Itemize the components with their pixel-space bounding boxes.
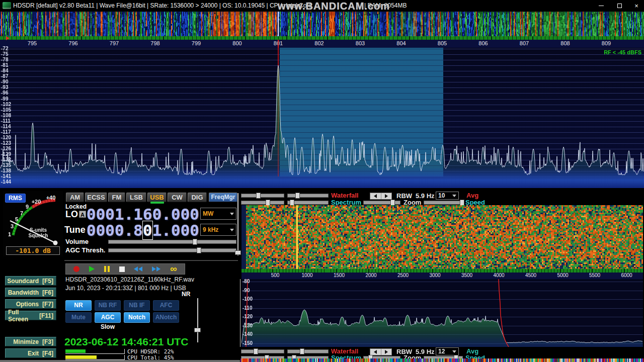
nr-slider[interactable] — [197, 298, 198, 342]
title-bar[interactable]: HDSDR [default] v2.80 Beta11 | Wave File… — [0, 0, 644, 12]
rf-ruler-label: 804 — [396, 40, 406, 46]
rf-ruler-label: 809 — [602, 40, 611, 46]
mode-am-button[interactable]: AM — [66, 193, 84, 202]
loop-icon[interactable]: ∞ — [170, 266, 177, 272]
minimize-window-icon[interactable] — [593, 0, 610, 12]
rf-ruler-label: 808 — [560, 40, 570, 46]
nb-if-button[interactable]: NB IF — [124, 300, 150, 311]
af-waterfall-display[interactable] — [242, 205, 643, 269]
rf-db-label: -108 — [1, 113, 11, 118]
tune-digit-cursor[interactable]: 0 — [143, 221, 152, 239]
rewind-icon[interactable] — [134, 266, 142, 272]
nr-button[interactable]: NR — [65, 300, 92, 311]
rf-db-label: -126 — [1, 146, 11, 151]
af2-waterfall-contrast-slider[interactable] — [287, 349, 329, 353]
play-icon[interactable] — [89, 266, 95, 272]
af-ruler-label: 1500 — [334, 273, 345, 278]
rf-ruler-label: 798 — [150, 40, 159, 46]
fullscreen-button[interactable]: Full Screen[F11] — [5, 311, 56, 320]
lo-auto-button[interactable]: A — [79, 211, 86, 218]
mode-fm-button[interactable]: FM — [108, 193, 125, 202]
af-speed-slider[interactable] — [424, 201, 463, 205]
af-waterfall-contrast-slider[interactable] — [287, 194, 329, 198]
squelch-slider-handle[interactable] — [235, 250, 241, 255]
rbw-decrease-icon[interactable] — [370, 193, 381, 199]
s-units-label: S-units — [30, 227, 47, 233]
mode-lsb-button[interactable]: LSB — [126, 193, 146, 202]
af-waterfall-label: Waterfall — [331, 192, 358, 199]
rf-db-label: -141 — [1, 173, 11, 179]
rf-spectrum[interactable] — [0, 48, 644, 188]
rf-level-status: RF < -45 dBFS — [604, 49, 641, 55]
rbw-increase-icon[interactable] — [381, 193, 392, 199]
rf-db-label: -96 — [1, 90, 8, 96]
pause-icon[interactable] — [104, 266, 110, 272]
bandicam-watermark: www.BANDICAM.com — [278, 1, 390, 12]
notch-button[interactable]: Notch — [124, 312, 150, 323]
fast-forward-icon[interactable] — [152, 266, 160, 272]
rf-waterfall[interactable] — [0, 12, 644, 36]
af-spectrum-offset-slider[interactable] — [287, 201, 329, 205]
af-rbw-stepper[interactable] — [370, 193, 392, 200]
freqmgr-button[interactable]: FreqMgr — [209, 193, 237, 202]
tune-frequency-display[interactable]: 0000.801.000 — [87, 221, 199, 239]
af-ruler-label: 3500 — [461, 273, 472, 278]
af-avg-count-select[interactable]: 10 — [436, 192, 459, 200]
band-select[interactable]: MW — [200, 208, 236, 220]
bandwidth-button[interactable]: Bandwidth[F6] — [5, 288, 56, 297]
mode-cw-button[interactable]: CW — [168, 193, 187, 202]
close-window-icon[interactable]: × — [628, 0, 644, 12]
rf-db-label: -129 — [1, 151, 11, 157]
agc-threshold-slider[interactable] — [108, 248, 236, 252]
record-icon[interactable] — [73, 266, 79, 272]
af-ruler-label: 6000 — [621, 273, 632, 278]
lo-frequency-display[interactable]: 0001.160.000 — [87, 205, 199, 223]
options-button[interactable]: Options[F7] — [5, 299, 56, 309]
mode-ecss-button[interactable]: ECSS — [85, 193, 107, 202]
af-spectrum-panel[interactable]: -80-90-100-110-120-130-140-150 — [242, 279, 643, 347]
exit-button[interactable]: Exit[F4] — [5, 348, 56, 358]
af2-rbw-stepper[interactable] — [370, 348, 392, 355]
af-ruler-label: 2500 — [397, 273, 409, 278]
mute-button[interactable]: Mute — [65, 312, 92, 323]
af-waterfall-brightness-slider[interactable] — [241, 194, 284, 198]
volume-slider[interactable] — [108, 240, 236, 244]
stop-icon[interactable] — [119, 266, 125, 272]
soundcard-button[interactable]: Soundcard[F5] — [5, 276, 56, 286]
maximize-window-icon[interactable] — [611, 0, 628, 12]
chevron-down-icon — [452, 195, 456, 197]
rf-ruler[interactable]: 7957967977987998008018028038048058068078… — [0, 40, 644, 48]
panel-divider — [64, 260, 238, 261]
nb-rf-button[interactable]: NB RF — [95, 300, 121, 311]
af-ruler[interactable]: 5001000150020002500300035004000450050005… — [242, 273, 643, 279]
mode-usb-button[interactable]: USB — [147, 193, 167, 202]
anotch-button[interactable]: ANotch — [153, 312, 179, 323]
af2-waterfall-brightness-slider[interactable] — [241, 349, 284, 353]
rbw-increase-icon[interactable] — [381, 349, 392, 355]
s-meter-scale-7: 7 — [20, 210, 23, 216]
rms-mode-badge[interactable]: RMS — [5, 194, 26, 203]
mode-dig-button[interactable]: DIG — [188, 193, 207, 202]
af-ruler-label: 500 — [271, 273, 280, 278]
af-spectrum-display[interactable] — [242, 279, 643, 347]
rf-db-label: -87 — [1, 73, 8, 79]
agc-slow-button[interactable]: AGC Slow — [95, 312, 121, 323]
rf-spectrum-panel[interactable]: RF < -45 dBFS -72-75-78-81-84-87-90-93-9… — [0, 48, 644, 188]
nr-slider-handle[interactable] — [194, 328, 201, 332]
af2-avg-count-select[interactable]: 12 — [436, 347, 459, 355]
rf-db-label: -78 — [1, 57, 8, 62]
step-select[interactable]: 9 kHz — [200, 224, 236, 236]
rf-ruler-tickband[interactable] — [0, 36, 644, 40]
af-zoom-slider[interactable] — [363, 201, 400, 205]
afc-button[interactable]: AFC — [153, 300, 179, 311]
window-bottom-edge — [0, 360, 240, 362]
af-ruler-label: 5000 — [557, 273, 568, 278]
s-meter: RMS 1 3 5 7 9 +20 +40 S-units Squelch -1… — [3, 191, 63, 256]
af-ruler-tickband[interactable] — [242, 269, 643, 273]
minimize-button[interactable]: Minimize[F3] — [5, 337, 56, 346]
rf-ruler-label: 806 — [478, 40, 488, 46]
squelch-label: Squelch — [29, 233, 48, 238]
rbw-decrease-icon[interactable] — [370, 349, 381, 355]
af-spectrum-gain-slider[interactable] — [241, 201, 284, 205]
squelch-slider[interactable] — [237, 193, 238, 255]
